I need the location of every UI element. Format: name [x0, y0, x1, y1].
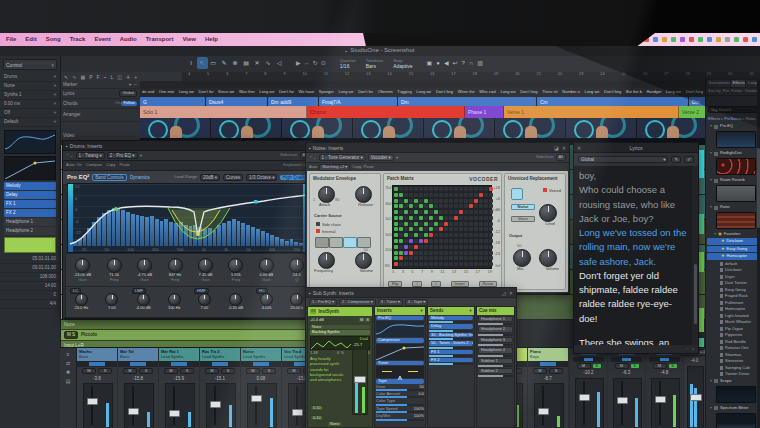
matrix-cell[interactable] — [464, 210, 468, 214]
fader-area[interactable] — [206, 383, 236, 428]
matrix-cell[interactable] — [459, 245, 463, 249]
browser-tab[interactable]: Effects — [731, 80, 746, 86]
matrix-cell[interactable] — [479, 199, 483, 203]
close-icon[interactable]: ✕ — [562, 145, 566, 151]
matrix-cell[interactable] — [404, 256, 408, 260]
eq-band-knob[interactable]: 24.0 Hz — [75, 293, 89, 310]
matrix-cell[interactable] — [394, 222, 398, 226]
matrix-cell[interactable] — [444, 210, 448, 214]
matrix-cell[interactable] — [414, 256, 418, 260]
lyric-snippet[interactable]: Long we — [338, 90, 353, 94]
matrix-cell[interactable] — [414, 245, 418, 249]
tool-button[interactable]: ⊗ — [230, 59, 240, 70]
chords-on-toggle[interactable]: On — [115, 101, 120, 105]
toolbar-right-button[interactable]: ● — [436, 60, 440, 67]
matrix-cell[interactable] — [434, 193, 438, 197]
matrix-cell[interactable] — [459, 256, 463, 260]
matrix-cell[interactable] — [394, 199, 398, 203]
inspector-row[interactable]: 0.00 ms▾ — [0, 100, 60, 109]
send-slot[interactable]: Delay — [429, 324, 473, 331]
mixer-channel-strip[interactable]: Ras Tia 3 Lead Synths M S -15.1 — [200, 348, 240, 428]
main-out-strip[interactable]: Output 1 = 2 -4.0 — [684, 348, 705, 428]
osc-power-button[interactable] — [315, 237, 329, 248]
matrix-cell[interactable] — [479, 210, 483, 214]
matrix-cell[interactable] — [444, 251, 448, 255]
matrix-cell[interactable] — [479, 262, 483, 266]
matrix-cell[interactable] — [434, 222, 438, 226]
matrix-cell[interactable] — [469, 222, 473, 226]
matrix-cell[interactable] — [459, 193, 463, 197]
inspector-header-dropdown[interactable]: Control▾ — [3, 59, 57, 70]
matrix-cell[interactable] — [454, 193, 458, 197]
matrix-cell[interactable] — [424, 199, 428, 203]
menu-item[interactable]: Help — [205, 36, 218, 43]
matrix-cell[interactable] — [449, 187, 453, 191]
sidechain-dropdown[interactable]: All — [556, 154, 566, 160]
matrix-cell[interactable] — [484, 245, 488, 249]
matrix-cell[interactable] — [449, 222, 453, 226]
menu-item[interactable]: Edit — [25, 36, 36, 43]
matrix-cell[interactable] — [479, 251, 483, 255]
favorite-preset-row[interactable]: ★Dirtclown — [707, 238, 760, 245]
matrix-cell[interactable] — [429, 245, 433, 249]
inspector-row[interactable]: None▾ — [0, 82, 60, 91]
matrix-cell[interactable] — [449, 210, 453, 214]
lyric-snippet[interactable]: When the — [458, 90, 475, 94]
insert-item-proeq[interactable]: Pro EQ — [376, 316, 424, 320]
matrix-cell[interactable] — [474, 216, 478, 220]
matrix-cell[interactable] — [434, 187, 438, 191]
mixer-channel-strip[interactable]: Mar Tal Bass M S -15.8 — [118, 348, 158, 428]
device-thumbnail[interactable] — [716, 413, 756, 428]
matrix-cell[interactable] — [449, 193, 453, 197]
matrix-cell[interactable] — [404, 199, 408, 203]
cue-slot[interactable]: Headphone 3 — [478, 337, 513, 346]
expand-arrow-icon[interactable]: ▾ — [710, 379, 712, 383]
matrix-cell[interactable] — [464, 222, 468, 226]
tool-button[interactable]: ▤ — [241, 59, 251, 70]
lyric-snippet[interactable]: Sponger — [319, 90, 334, 94]
matrix-cell[interactable] — [424, 239, 428, 243]
matrix-cell[interactable] — [419, 262, 423, 266]
lyric-snippet[interactable]: Long we — [179, 90, 194, 94]
level-knob[interactable] — [539, 204, 557, 222]
inspector-value-row[interactable]: 0 — [0, 291, 60, 300]
matrix-cell[interactable] — [399, 233, 403, 237]
matrix-cell[interactable] — [449, 256, 453, 260]
inspector-value-row[interactable]: 14:00 — [0, 282, 60, 291]
matrix-cell[interactable] — [454, 256, 458, 260]
matrix-cell[interactable] — [479, 187, 483, 191]
bus-fader-area[interactable] — [613, 378, 642, 428]
insert-proeq-thumb[interactable] — [376, 321, 424, 337]
bus-pan[interactable] — [573, 357, 604, 362]
matrix-cell[interactable] — [419, 193, 423, 197]
lyrics-edit-icon[interactable]: ✎ — [671, 156, 681, 163]
matrix-cell[interactable] — [419, 239, 423, 243]
eq-band-knob[interactable]: 20.00 k — [290, 293, 303, 310]
eq-knob[interactable]: 71.1k Freq — [107, 258, 122, 282]
matrix-cell[interactable] — [474, 251, 478, 255]
cue-slot[interactable]: Headphone 4 — [478, 347, 513, 356]
matrix-cell[interactable] — [424, 227, 428, 231]
expand-arrow-icon[interactable]: ▾ — [710, 205, 712, 209]
mixer-wrench-icon[interactable]: ✱ — [66, 369, 70, 375]
mute-button[interactable]: M — [82, 368, 96, 374]
send-slot[interactable]: FX 2 — [429, 358, 473, 365]
arranger-section[interactable]: Solo 1 — [140, 106, 307, 118]
matrix-cell[interactable] — [399, 204, 403, 208]
lyric-snippet[interactable]: Number o — [562, 90, 580, 94]
matrix-cell[interactable] — [429, 210, 433, 214]
matrix-cell[interactable] — [419, 210, 423, 214]
main-out-fader[interactable] — [687, 366, 704, 428]
lyrics-close-icon[interactable]: ✕ — [577, 145, 581, 151]
toolbar-right-button[interactable]: ▥ — [477, 60, 483, 67]
matrix-cell[interactable] — [439, 193, 443, 197]
track-tool-icon[interactable]: + — [134, 74, 137, 80]
bus-solo-button[interactable]: S — [593, 364, 601, 368]
matrix-cell[interactable] — [414, 216, 418, 220]
matrix-cell[interactable] — [399, 222, 403, 226]
matrix-cell[interactable] — [479, 216, 483, 220]
expand-arrow-icon[interactable]: ▾ — [710, 406, 712, 410]
matrix-cell[interactable] — [454, 210, 458, 214]
mixer-bank-icon[interactable]: ▤ — [66, 378, 71, 384]
inspector-row[interactable]: Synths 1▾ — [0, 91, 60, 100]
